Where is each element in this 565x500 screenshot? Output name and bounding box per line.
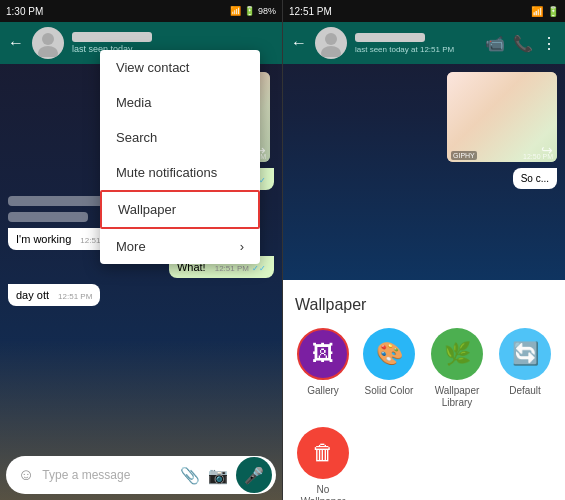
svg-point-3 xyxy=(321,46,341,57)
status-icons-right: 📶 🔋 xyxy=(531,6,559,17)
status-bar-right: 12:51 PM 📶 🔋 xyxy=(283,0,565,22)
default-icon-circle: 🔄 xyxy=(499,328,551,380)
no-wallpaper-icon: 🗑 xyxy=(312,440,334,466)
library-icon-circle: 🌿 xyxy=(431,328,483,380)
default-icon: 🔄 xyxy=(512,341,539,367)
menu-media[interactable]: Media xyxy=(100,85,260,120)
camera-icon[interactable]: 📷 xyxy=(208,466,228,485)
wallpaper-options: 🖼 Gallery 🎨 Solid Color 🌿 Wallpaper Libr… xyxy=(295,328,553,500)
forward-icon-right[interactable]: ↪ xyxy=(541,142,553,158)
wallpaper-option-none[interactable]: 🗑 No Wallpaper xyxy=(295,427,351,500)
status-bar-left: 1:30 PM 📶 🔋 98% xyxy=(0,0,282,22)
no-wallpaper-label: No Wallpaper xyxy=(295,484,351,500)
solid-icon-circle: 🎨 xyxy=(363,328,415,380)
library-label: Wallpaper Library xyxy=(427,385,487,409)
library-icon: 🌿 xyxy=(444,341,471,367)
wallpaper-sheet: Wallpaper 🖼 Gallery 🎨 Solid Color 🌿 xyxy=(283,280,565,500)
gallery-icon-circle: 🖼 xyxy=(297,328,349,380)
wallpaper-title: Wallpaper xyxy=(295,296,553,314)
wallpaper-option-default[interactable]: 🔄 Default xyxy=(497,328,553,397)
mic-button[interactable]: 🎤 xyxy=(236,457,272,493)
chevron-right-icon: › xyxy=(240,239,244,254)
avatar-left xyxy=(32,27,64,59)
contact-name-left xyxy=(72,32,152,42)
wallpaper-option-library[interactable]: 🌿 Wallpaper Library xyxy=(427,328,487,409)
menu-wallpaper[interactable]: Wallpaper xyxy=(100,190,260,229)
back-button-right[interactable]: ← xyxy=(291,34,307,52)
svg-point-1 xyxy=(38,46,58,57)
left-panel: 1:30 PM 📶 🔋 98% ← last seen today GIPHY … xyxy=(0,0,282,500)
solid-label: Solid Color xyxy=(365,385,414,397)
media-thumb-right: GIPHY 12:50 PM ↪ xyxy=(447,72,557,162)
msg-day-ott: day ott 12:51 PM xyxy=(8,284,100,306)
wallpaper-option-gallery[interactable]: 🖼 Gallery xyxy=(295,328,351,397)
phone-icon[interactable]: 📞 xyxy=(513,34,533,53)
default-label: Default xyxy=(509,385,541,397)
right-msg-1: So c... xyxy=(513,168,557,189)
emoji-icon[interactable]: ☺ xyxy=(18,466,34,484)
menu-more[interactable]: More › xyxy=(100,229,260,264)
message-input[interactable]: Type a message xyxy=(42,468,172,482)
status-time-left: 1:30 PM xyxy=(6,6,43,17)
header-info-right: last seen today at 12:51 PM xyxy=(355,33,477,54)
chat-content-right: GIPHY 12:50 PM ↪ So c... xyxy=(283,64,565,224)
menu-search[interactable]: Search xyxy=(100,120,260,155)
menu-mute[interactable]: Mute notifications xyxy=(100,155,260,190)
input-bar-left: ☺ Type a message 📎 📷 🎤 xyxy=(6,456,276,494)
giphy-label-right: GIPHY xyxy=(451,151,477,160)
video-call-icon[interactable]: 📹 xyxy=(485,34,505,53)
wallpaper-option-solid[interactable]: 🎨 Solid Color xyxy=(361,328,417,397)
status-time-right: 12:51 PM xyxy=(289,6,332,17)
gallery-icon: 🖼 xyxy=(312,341,334,367)
attach-icon[interactable]: 📎 xyxy=(180,466,200,485)
no-wallpaper-icon-circle: 🗑 xyxy=(297,427,349,479)
menu-view-contact[interactable]: View contact xyxy=(100,50,260,85)
solid-color-icon: 🎨 xyxy=(376,341,403,367)
status-icons-left: 📶 🔋 98% xyxy=(230,6,276,16)
gallery-label: Gallery xyxy=(307,385,339,397)
blurred-msg-2 xyxy=(8,212,88,222)
svg-point-0 xyxy=(42,33,54,45)
svg-point-2 xyxy=(325,33,337,45)
right-panel: 12:51 PM 📶 🔋 ← last seen today at 12:51 … xyxy=(282,0,565,500)
chat-header-right: ← last seen today at 12:51 PM 📹 📞 ⋮ xyxy=(283,22,565,64)
more-options-icon[interactable]: ⋮ xyxy=(541,34,557,53)
context-menu: View contact Media Search Mute notificat… xyxy=(100,50,260,264)
header-icons-right: 📹 📞 ⋮ xyxy=(485,34,557,53)
avatar-right xyxy=(315,27,347,59)
back-button-left[interactable]: ← xyxy=(8,34,24,52)
